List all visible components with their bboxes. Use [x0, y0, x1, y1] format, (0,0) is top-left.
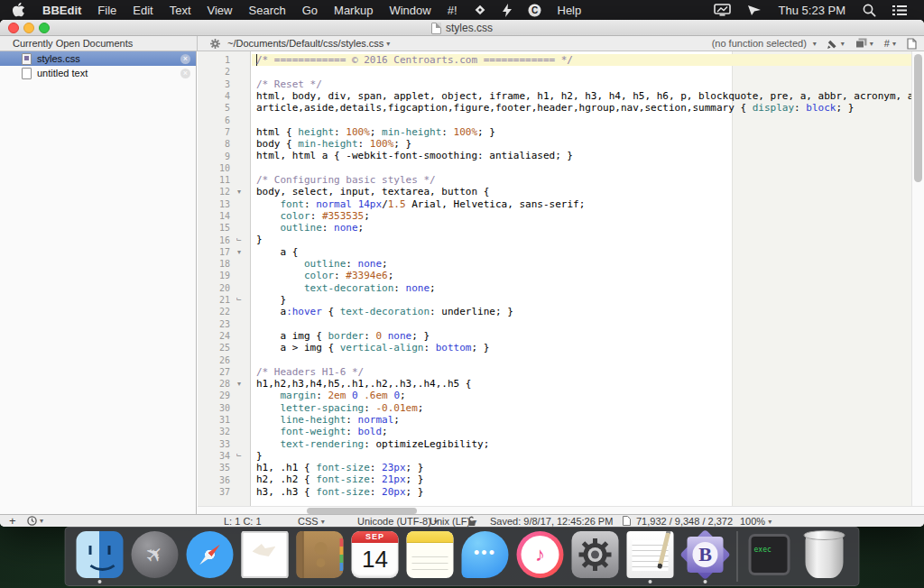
new-document-tool[interactable] [907, 38, 917, 50]
menu-item-text[interactable]: Text [162, 4, 199, 17]
zoom-selector[interactable]: 100%▾ [740, 516, 772, 527]
menu-item-view[interactable]: View [199, 4, 241, 17]
menu-item-edit[interactable]: Edit [125, 4, 161, 17]
code-line-34[interactable]: } [252, 450, 911, 462]
vertical-scrollbar[interactable] [911, 51, 924, 506]
add-document-button[interactable]: + [9, 516, 16, 526]
fold-start-icon[interactable]: ▾ [230, 188, 248, 196]
code-line-25[interactable]: a > img { vertical-align: bottom; } [252, 342, 911, 354]
exec-icon[interactable]: exec [749, 534, 790, 575]
dock-item-mail[interactable] [242, 529, 289, 583]
title-bar[interactable]: styles.css [0, 20, 924, 36]
sidebar-item-styles-css[interactable]: styles.css× [0, 51, 196, 66]
code-line-24[interactable]: a img { border: 0 none; } [252, 330, 911, 342]
menu-item-markup[interactable]: Markup [326, 4, 381, 17]
dock-item-itunes[interactable]: ♪ [517, 529, 564, 583]
language-selector[interactable]: CSS▾ [298, 516, 325, 527]
code-line-29[interactable]: margin: 2em 0 .6em 0; [252, 390, 911, 401]
notes-icon[interactable] [407, 531, 454, 578]
sidebar-item-untitled-text[interactable]: untitled text× [0, 66, 196, 80]
pencil-tool[interactable]: ▾ [827, 38, 845, 49]
encoding-selector[interactable]: Unicode (UTF-8)▾ [357, 516, 438, 527]
code-line-26[interactable] [252, 354, 911, 365]
code-line-17[interactable]: a { [252, 246, 911, 258]
dock-item-finder[interactable] [77, 529, 124, 583]
code-line-15[interactable]: outline: none; [252, 222, 911, 234]
horizontal-scrollbar[interactable] [198, 506, 924, 514]
code-line-32[interactable]: font-weight: bold; [252, 426, 911, 437]
code-line-10[interactable] [252, 162, 911, 174]
menu-item-go[interactable]: Go [294, 4, 326, 17]
itunes-icon[interactable]: ♪ [517, 531, 564, 578]
code-area[interactable]: /* ============ © 2016 Centroarts.com ==… [252, 51, 911, 506]
notification-center-icon[interactable] [884, 5, 915, 16]
code-line-27[interactable]: /* Headers H1-6 */ [252, 366, 911, 378]
document-path[interactable]: ~/Documents/Default/css/styles.css [227, 38, 383, 49]
code-line-31[interactable]: line-height: normal; [252, 414, 911, 426]
fold-start-icon[interactable]: ▾ [230, 248, 248, 256]
calendar-icon[interactable]: SEP14 [352, 531, 399, 578]
sysprefs-icon[interactable] [572, 531, 619, 578]
code-line-36[interactable]: h2, .h2 { font-size: 21px; } [252, 473, 911, 485]
code-line-33[interactable]: text-rendering: optimizeLegibility; [252, 438, 911, 450]
dock-item-bbedit[interactable]: B [682, 529, 729, 583]
code-line-9[interactable]: html, html a { -webkit-font-smoothing: a… [252, 150, 911, 161]
menu-item-file[interactable]: File [89, 4, 125, 17]
menu-item-search[interactable]: Search [241, 4, 294, 17]
editor-pane[interactable]: 123456789101112▾13141516⌐17▾18192021⌐222… [198, 51, 924, 506]
dock-item-contacts[interactable] [297, 529, 344, 583]
textedit-icon[interactable] [627, 531, 674, 578]
counter-hash-tool[interactable]: # ▾ [884, 38, 896, 49]
code-line-19[interactable]: color: #3394e6; [252, 270, 911, 281]
menu-item-[interactable]: #! [439, 4, 466, 17]
code-line-13[interactable]: font: normal 14px/1.5 Arial, Helvetica, … [252, 198, 911, 210]
documents-stack-tool[interactable]: ▾ [855, 38, 873, 49]
close-document-icon[interactable]: × [180, 54, 190, 64]
code-line-35[interactable]: h1, .h1 { font-size: 23px; } [252, 462, 911, 473]
code-line-23[interactable] [252, 318, 911, 330]
dock-item-launchpad[interactable]: ✈ [132, 529, 179, 583]
dock-item-trash[interactable] [801, 529, 848, 583]
code-line-18[interactable]: outline: none; [252, 258, 911, 270]
apple-menu-icon[interactable] [9, 3, 29, 17]
recent-documents-clock-button[interactable]: ▾ [27, 516, 43, 526]
menu-clock[interactable]: Thu 5:23 PM [770, 4, 855, 17]
code-line-2[interactable] [252, 66, 911, 78]
code-line-20[interactable]: text-decoration: none; [252, 282, 911, 294]
dock-item-sysprefs[interactable] [572, 529, 619, 583]
code-line-37[interactable]: h3, .h3 { font-size: 20px; } [252, 486, 911, 498]
menu-item-window[interactable]: Window [381, 4, 439, 17]
code-line-7[interactable]: html { height: 100%; min-height: 100%; } [252, 126, 911, 138]
pointer-status-icon[interactable] [739, 4, 770, 16]
safari-icon[interactable] [187, 531, 234, 578]
code-line-12[interactable]: body, select, input, textarea, button { [252, 186, 911, 198]
code-line-1[interactable]: /* ============ © 2016 Centroarts.com ==… [252, 54, 911, 66]
code-line-3[interactable]: /* Reset */ [252, 78, 911, 90]
dock-item-exec[interactable]: exec [746, 529, 793, 583]
close-document-icon[interactable]: × [180, 69, 190, 78]
code-line-22[interactable]: a:hover { text-decoration: underline; } [252, 306, 911, 317]
messages-icon[interactable]: ••• [462, 531, 509, 578]
menu-help[interactable]: Help [550, 4, 590, 17]
code-line-21[interactable]: } [252, 294, 911, 306]
display-status-icon[interactable] [706, 4, 739, 16]
script-diamond-icon[interactable] [466, 4, 494, 16]
finder-icon[interactable] [77, 531, 124, 578]
code-line-28[interactable]: h1,h2,h3,h4,h5,.h1,.h2,.h3,.h4,.h5 { [252, 378, 911, 390]
vertical-scrollbar-thumb[interactable] [914, 54, 922, 182]
dock-item-messages[interactable]: ••• [462, 529, 509, 583]
trash-icon[interactable] [806, 533, 844, 578]
lightning-icon[interactable] [494, 4, 520, 17]
spotlight-search-icon[interactable] [855, 4, 884, 17]
dock-item-calendar[interactable]: SEP14 [352, 529, 399, 583]
dock-item-notes[interactable] [407, 529, 454, 583]
launchpad-icon[interactable]: ✈ [132, 531, 179, 578]
code-line-16[interactable]: } [252, 234, 911, 245]
menu-app-name[interactable]: BBEdit [34, 4, 89, 17]
code-line-6[interactable] [252, 114, 911, 125]
c-badge-icon[interactable]: C [520, 4, 550, 17]
dock-item-textedit[interactable] [627, 529, 674, 583]
dock-item-safari[interactable] [187, 529, 234, 583]
code-line-11[interactable]: /* Configuring basic styles */ [252, 174, 911, 186]
code-line-5[interactable]: article,aside,details,figcaption,figure,… [252, 102, 911, 114]
